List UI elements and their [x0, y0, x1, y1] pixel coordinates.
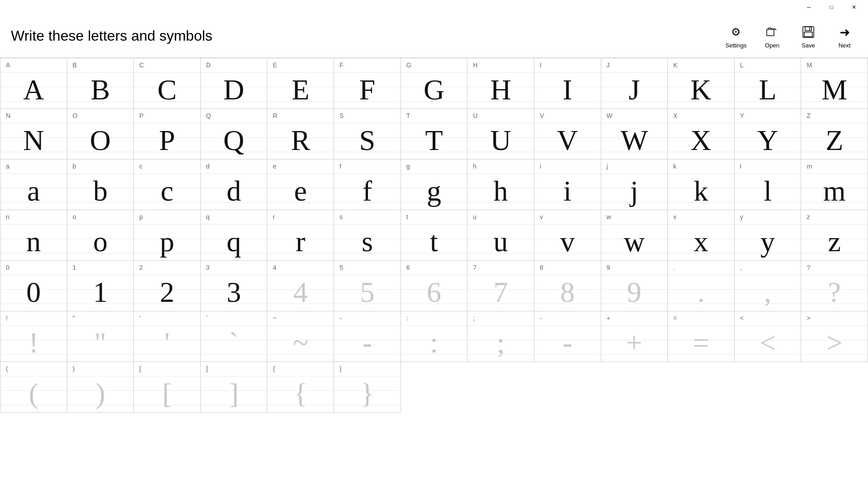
letter-cell[interactable]: XX	[668, 109, 735, 160]
cell-character: X	[668, 117, 734, 159]
letter-cell[interactable]: GG	[401, 58, 468, 109]
letter-cell[interactable]: RR	[267, 109, 334, 160]
letter-cell[interactable]: qq	[201, 210, 268, 261]
letter-cell[interactable]: ii	[534, 160, 601, 210]
letter-cell[interactable]: 66	[401, 261, 468, 311]
letter-cell[interactable]: NN	[0, 109, 67, 160]
letter-cell[interactable]: ))	[67, 362, 134, 413]
letter-cell[interactable]: KK	[668, 58, 735, 109]
open-button[interactable]: Open	[760, 23, 785, 49]
cell-character: "	[67, 319, 134, 361]
letter-cell[interactable]: rr	[267, 210, 334, 261]
letter-cell[interactable]: ""	[67, 311, 134, 362]
letter-cell[interactable]: oo	[67, 210, 134, 261]
minimize-button[interactable]: ─	[798, 0, 819, 14]
letter-cell[interactable]: CC	[134, 58, 201, 109]
letter-cell[interactable]: 88	[534, 261, 601, 311]
letter-cell[interactable]: HH	[467, 58, 534, 109]
letter-cell[interactable]: ff	[334, 160, 401, 210]
letter-cell[interactable]: zz	[801, 210, 868, 261]
cell-character: i	[534, 168, 601, 210]
letter-cell[interactable]: 22	[134, 261, 201, 311]
letter-cell[interactable]: ..	[668, 261, 735, 311]
save-button[interactable]: Save	[796, 23, 821, 49]
letter-cell[interactable]: FF	[334, 58, 401, 109]
letter-cell[interactable]: >>	[801, 311, 868, 362]
letter-cell[interactable]: vv	[534, 210, 601, 261]
letter-cell[interactable]: 77	[467, 261, 534, 311]
letter-cell[interactable]: ss	[334, 210, 401, 261]
letter-cell[interactable]: ``	[201, 311, 268, 362]
letter-cell[interactable]: --	[334, 311, 401, 362]
letter-cell[interactable]: ee	[267, 160, 334, 210]
letter-cell[interactable]: 44	[267, 261, 334, 311]
letter-cell[interactable]: jj	[601, 160, 668, 210]
letter-cell[interactable]: yy	[735, 210, 802, 261]
letter-cell[interactable]: nn	[0, 210, 67, 261]
letter-cell[interactable]: UU	[467, 109, 534, 160]
letter-cell[interactable]: 99	[601, 261, 668, 311]
cell-character: +	[601, 319, 668, 361]
letter-cell[interactable]: pp	[134, 210, 201, 261]
letter-cell[interactable]: --	[534, 311, 601, 362]
next-button[interactable]: ➜ Next	[832, 23, 857, 49]
letter-cell[interactable]: [[	[134, 362, 201, 413]
letter-cell[interactable]: TT	[401, 109, 468, 160]
maximize-button[interactable]: □	[821, 0, 842, 14]
letter-cell[interactable]: ++	[601, 311, 668, 362]
letter-cell[interactable]: ,,	[735, 261, 802, 311]
letter-cell[interactable]: QQ	[201, 109, 268, 160]
letter-cell[interactable]: OO	[67, 109, 134, 160]
letter-cell[interactable]: ((	[0, 362, 67, 413]
letter-cell[interactable]: DD	[201, 58, 268, 109]
letter-cell[interactable]: tt	[401, 210, 468, 261]
letter-cell[interactable]: ;;	[467, 311, 534, 362]
cell-character: x	[668, 218, 734, 260]
letter-cell[interactable]: 00	[0, 261, 67, 311]
letter-cell[interactable]: hh	[467, 160, 534, 210]
letter-cell[interactable]: EE	[267, 58, 334, 109]
letter-cell[interactable]: ~~	[267, 311, 334, 362]
cell-character: D	[201, 66, 267, 108]
letter-cell[interactable]: bb	[67, 160, 134, 210]
letter-cell[interactable]: kk	[668, 160, 735, 210]
letter-cell[interactable]: uu	[467, 210, 534, 261]
letter-cell[interactable]: ZZ	[801, 109, 868, 160]
letter-cell[interactable]: ??	[801, 261, 868, 311]
letter-cell[interactable]: LL	[735, 58, 802, 109]
letter-cell[interactable]: mm	[801, 160, 868, 210]
letter-cell[interactable]: BB	[67, 58, 134, 109]
letter-cell[interactable]: WW	[601, 109, 668, 160]
letter-cell[interactable]: ==	[668, 311, 735, 362]
letter-cell[interactable]: 11	[67, 261, 134, 311]
letter-cell[interactable]: MM	[801, 58, 868, 109]
letter-cell[interactable]: SS	[334, 109, 401, 160]
letter-cell[interactable]: PP	[134, 109, 201, 160]
cell-character: S	[334, 117, 401, 159]
letter-cell[interactable]: }}	[334, 362, 401, 413]
close-button[interactable]: ✕	[844, 0, 864, 14]
letter-cell[interactable]: AA	[0, 58, 67, 109]
letter-cell[interactable]: {{	[267, 362, 334, 413]
cell-character: ?	[801, 269, 868, 311]
letter-cell[interactable]: <<	[735, 311, 802, 362]
settings-button[interactable]: ⚙ Settings	[723, 23, 749, 49]
letter-cell[interactable]: ww	[601, 210, 668, 261]
letter-cell[interactable]: gg	[401, 160, 468, 210]
letter-cell[interactable]: dd	[201, 160, 268, 210]
letter-cell[interactable]: ''	[134, 311, 201, 362]
letter-cell[interactable]: cc	[134, 160, 201, 210]
letter-cell[interactable]: !!	[0, 311, 67, 362]
letter-cell[interactable]: xx	[668, 210, 735, 261]
letter-cell[interactable]: aa	[0, 160, 67, 210]
letter-cell[interactable]: ::	[401, 311, 468, 362]
letter-cell[interactable]: II	[534, 58, 601, 109]
letter-cell[interactable]: ]]	[201, 362, 268, 413]
cell-character: =	[668, 319, 734, 361]
letter-cell[interactable]: YY	[735, 109, 802, 160]
letter-cell[interactable]: 33	[201, 261, 268, 311]
letter-cell[interactable]: 55	[334, 261, 401, 311]
letter-cell[interactable]: ll	[735, 160, 802, 210]
letter-cell[interactable]: VV	[534, 109, 601, 160]
letter-cell[interactable]: JJ	[601, 58, 668, 109]
